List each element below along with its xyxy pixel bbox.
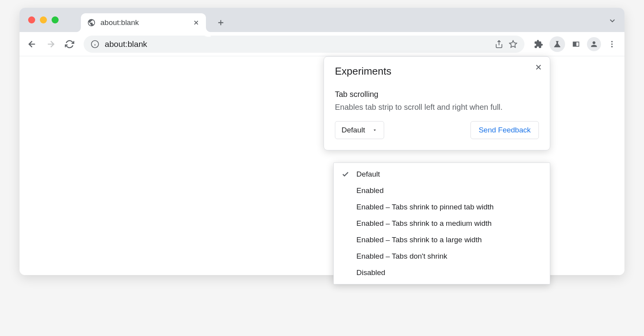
select-dropdown-menu: DefaultEnabledEnabled – Tabs shrink to p… [333, 163, 550, 284]
dropdown-option[interactable]: Disabled [334, 265, 550, 281]
reload-button[interactable] [62, 36, 77, 52]
tab-search-button[interactable] [608, 16, 617, 25]
dropdown-option-label: Enabled [356, 186, 384, 195]
extensions-button[interactable] [531, 36, 546, 52]
window-close-button[interactable] [28, 16, 35, 23]
globe-icon [87, 18, 96, 27]
share-icon[interactable] [495, 40, 503, 48]
experiment-select[interactable]: Default [335, 121, 384, 139]
main-menu-button[interactable] [604, 36, 620, 52]
experiment-name: Tab scrolling [335, 90, 539, 99]
tab-strip: about:blank [20, 8, 624, 32]
dropdown-option-label: Disabled [356, 268, 385, 277]
popup-close-button[interactable] [534, 63, 543, 71]
address-bar[interactable]: about:blank [84, 36, 524, 53]
side-panel-button[interactable] [568, 36, 584, 52]
experiments-popup: Experiments Tab scrolling Enables tab st… [324, 56, 550, 150]
dropdown-option[interactable]: Enabled – Tabs don't shrink [334, 248, 550, 265]
dropdown-option-label: Enabled – Tabs shrink to a large width [356, 236, 482, 244]
send-feedback-button[interactable]: Send Feedback [470, 121, 539, 139]
check-icon [341, 170, 350, 178]
dropdown-option-label: Enabled – Tabs don't shrink [356, 252, 447, 261]
svg-point-6 [611, 46, 613, 47]
window-minimize-button[interactable] [40, 16, 47, 23]
dropdown-option-label: Default [356, 170, 380, 179]
toolbar: about:blank [20, 32, 624, 56]
browser-tab[interactable]: about:blank [81, 13, 206, 32]
experiment-description: Enables tab strip to scroll left and rig… [335, 103, 539, 112]
profile-button[interactable] [587, 37, 601, 51]
svg-point-5 [611, 43, 613, 45]
browser-window: about:blank about:blank [20, 8, 624, 275]
page-info-icon[interactable] [91, 40, 99, 48]
window-controls [28, 16, 59, 23]
window-maximize-button[interactable] [52, 16, 59, 23]
labs-button[interactable] [549, 36, 565, 52]
dropdown-option[interactable]: Default [334, 166, 550, 182]
dropdown-option[interactable]: Enabled [334, 182, 550, 199]
back-button[interactable] [24, 36, 40, 52]
popup-title: Experiments [335, 65, 539, 77]
select-value: Default [342, 126, 365, 134]
content-area: Experiments Tab scrolling Enables tab st… [20, 56, 624, 275]
dropdown-option[interactable]: Enabled – Tabs shrink to pinned tab widt… [334, 199, 550, 215]
svg-point-4 [611, 41, 613, 42]
experiment-controls: Default Send Feedback [335, 121, 539, 139]
tab-title: about:blank [100, 18, 188, 27]
close-tab-button[interactable] [193, 19, 200, 26]
dropdown-option[interactable]: Enabled – Tabs shrink to a large width [334, 232, 550, 248]
dropdown-option-label: Enabled – Tabs shrink to a medium width [356, 219, 492, 228]
dropdown-option[interactable]: Enabled – Tabs shrink to a medium width [334, 215, 550, 232]
bookmark-icon[interactable] [509, 40, 517, 48]
dropdown-option-label: Enabled – Tabs shrink to pinned tab widt… [356, 203, 494, 211]
svg-marker-3 [510, 40, 517, 47]
new-tab-button[interactable] [213, 15, 229, 30]
address-bar-text: about:blank [105, 39, 489, 49]
caret-down-icon [372, 127, 377, 133]
forward-button[interactable] [43, 36, 59, 52]
